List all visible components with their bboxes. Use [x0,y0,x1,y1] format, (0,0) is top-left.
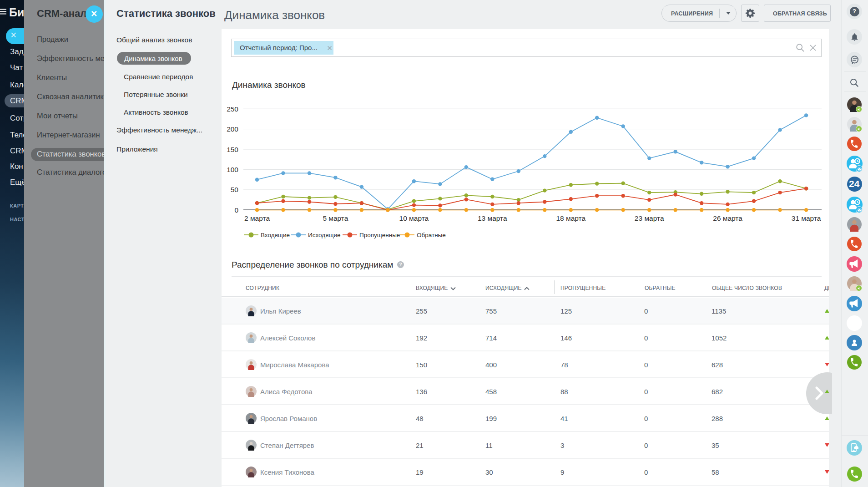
svg-text:23 марта: 23 марта [635,214,664,222]
svg-text:5 марта: 5 марта [323,214,348,222]
svg-text:26 марта: 26 марта [713,214,742,222]
svg-text:Пропущенные: Пропущенные [359,232,400,238]
svg-text:18 марта: 18 марта [556,214,585,222]
svg-text:100: 100 [227,166,238,173]
svg-text:Входящие: Входящие [261,232,290,238]
svg-text:Обратные: Обратные [417,232,446,238]
svg-text:200: 200 [227,125,238,133]
svg-text:10 марта: 10 марта [399,214,429,222]
svg-text:0: 0 [234,206,238,214]
svg-text:2 марта: 2 марта [244,214,270,222]
svg-text:13 марта: 13 марта [478,214,507,222]
svg-text:250: 250 [227,105,238,113]
svg-text:50: 50 [231,186,239,193]
svg-text:31 марта: 31 марта [792,214,821,222]
svg-text:150: 150 [227,146,238,153]
svg-text:Исходящие: Исходящие [308,232,341,238]
